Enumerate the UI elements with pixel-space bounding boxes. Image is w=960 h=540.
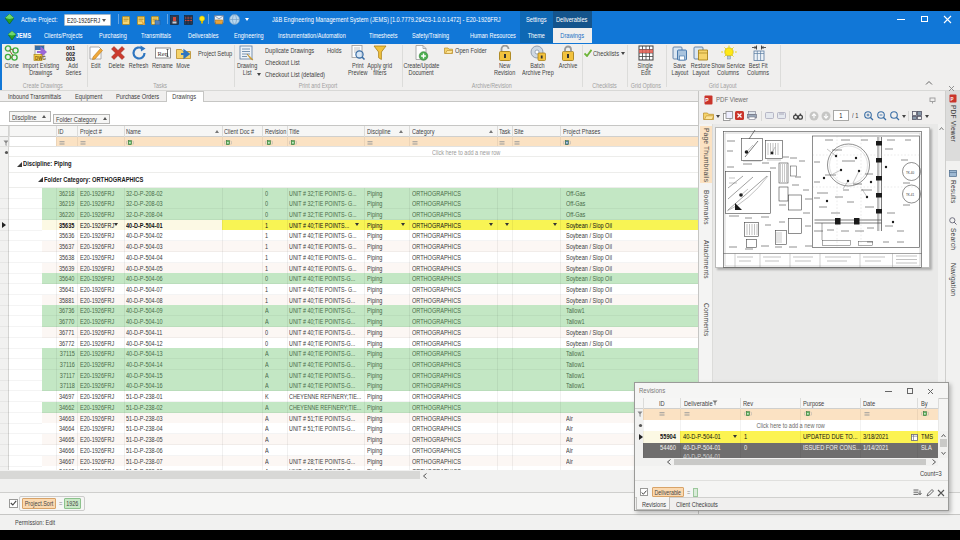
svg-text:TK-40: TK-40 — [906, 170, 915, 174]
svg-text:DWG: DWG — [35, 56, 46, 61]
svg-text:003: 003 — [66, 56, 75, 61]
svg-text:P: P — [950, 96, 953, 101]
svg-text:TK-41: TK-41 — [906, 193, 915, 197]
svg-text:Ren: Ren — [157, 50, 168, 57]
